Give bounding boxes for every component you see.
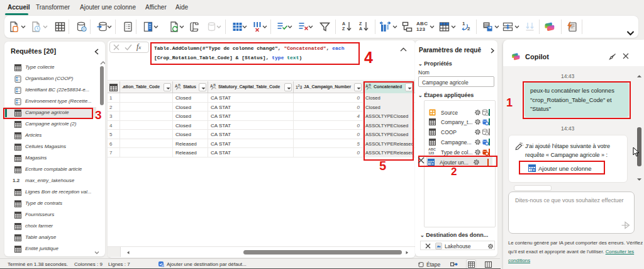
svg-text:A: A <box>175 84 178 88</box>
svg-text:B: B <box>213 83 216 87</box>
svg-text:A: A <box>210 84 213 88</box>
svg-text:B: B <box>178 83 180 87</box>
